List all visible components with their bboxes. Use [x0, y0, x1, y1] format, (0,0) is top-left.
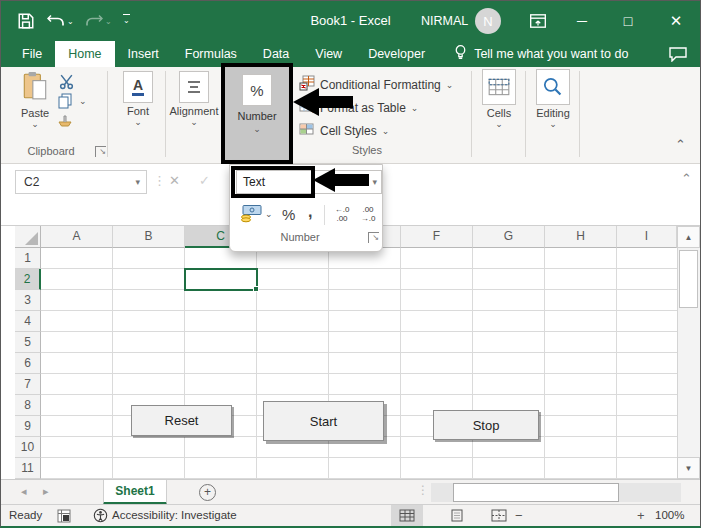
status-bar: Ready Accessibility: Investigate − + 100…: [1, 504, 700, 526]
row-header-8[interactable]: 8: [15, 395, 41, 416]
row-header-1[interactable]: 1: [15, 248, 41, 269]
clipboard-dialog-launcher[interactable]: ↘: [95, 146, 106, 157]
ribbon-display-options-icon[interactable]: [517, 1, 559, 41]
number-group-button-highlighted[interactable]: % Number ⌄: [221, 63, 293, 164]
close-button[interactable]: ✕: [655, 1, 697, 41]
tab-developer[interactable]: Developer: [355, 41, 438, 67]
tab-insert[interactable]: Insert: [115, 41, 172, 67]
view-page-break-button[interactable]: [483, 505, 515, 526]
row-header-5[interactable]: 5: [15, 332, 41, 353]
annotation-arrow-text-format: [313, 168, 335, 192]
editing-group-button[interactable]: Editing ⌄: [529, 69, 577, 127]
select-all-corner[interactable]: [15, 226, 41, 248]
number-dialog-launcher[interactable]: ↘: [368, 232, 379, 243]
accessibility-status[interactable]: Accessibility: Investigate: [112, 509, 237, 521]
reset-button[interactable]: Reset: [131, 405, 232, 436]
conditional-formatting-button[interactable]: Conditional Formatting ⌄: [299, 75, 453, 94]
column-header-a[interactable]: A: [41, 226, 113, 248]
alignment-group-label: Alignment: [170, 105, 219, 117]
sheet-tab-bar: ◂ ▸ Sheet1 + ⋮ ◂ ▸: [1, 479, 700, 504]
view-normal-button[interactable]: [391, 505, 423, 526]
zoom-level[interactable]: 100%: [655, 509, 684, 521]
ribbon-tab-row: File Home Insert Formulas Data View Deve…: [1, 41, 700, 67]
copy-icon[interactable]: [57, 92, 73, 113]
font-group-label: Font: [127, 105, 149, 117]
number-group-label: Number: [237, 110, 276, 122]
tell-me-box[interactable]: Tell me what you want to do: [454, 41, 628, 67]
percent-style-icon[interactable]: %: [282, 206, 295, 223]
tab-file[interactable]: File: [9, 41, 55, 67]
conditional-formatting-label: Conditional Formatting: [320, 78, 441, 92]
zoom-in-icon[interactable]: +: [637, 508, 645, 523]
row-header-3[interactable]: 3: [15, 290, 41, 311]
column-header-g[interactable]: G: [473, 226, 545, 248]
start-button[interactable]: Start: [263, 401, 384, 441]
format-painter-icon[interactable]: [57, 113, 73, 133]
view-page-layout-button[interactable]: [441, 505, 473, 526]
alignment-dropdown-icon: ⌄: [190, 119, 198, 125]
column-header-f[interactable]: F: [401, 226, 473, 248]
row-header-2-selected[interactable]: 2: [15, 269, 41, 290]
cut-icon[interactable]: [58, 73, 75, 94]
accessibility-icon[interactable]: [93, 508, 108, 525]
cell-styles-icon: [299, 121, 315, 140]
column-header-b[interactable]: B: [113, 226, 185, 248]
column-header-i[interactable]: I: [617, 226, 677, 248]
stop-button[interactable]: Stop: [433, 410, 539, 440]
row-header-10[interactable]: 10: [15, 437, 41, 458]
annotation-arrow-number-group: [293, 88, 319, 116]
row-header-11[interactable]: 11: [15, 458, 41, 479]
cancel-icon[interactable]: ✕: [169, 173, 180, 188]
editing-dropdown-icon: ⌄: [549, 121, 557, 127]
paste-label: Paste: [21, 107, 49, 119]
number-dropdown-icon: ⌄: [253, 126, 261, 132]
font-icon: A: [123, 71, 153, 103]
fill-handle[interactable]: [253, 286, 259, 292]
accounting-format-icon[interactable]: [240, 204, 262, 227]
maximize-button[interactable]: □: [607, 1, 649, 41]
increase-decimal-icon[interactable]: ←.0 .00: [330, 205, 354, 223]
row-header-4[interactable]: 4: [15, 311, 41, 332]
account-name[interactable]: NIRMAL: [421, 14, 468, 28]
collapse-formula-bar-icon[interactable]: ⌃: [681, 171, 692, 186]
copy-dropdown-icon[interactable]: ⌄: [79, 98, 87, 104]
cs-dropdown-icon: ⌄: [382, 128, 390, 134]
worksheet-cells[interactable]: [41, 248, 677, 479]
font-group-button[interactable]: A Font ⌄: [113, 71, 163, 125]
alignment-group-button[interactable]: Alignment ⌄: [168, 71, 220, 125]
macro-record-icon[interactable]: [57, 509, 71, 525]
collapse-ribbon-icon[interactable]: ⌃: [675, 137, 686, 152]
comment-icon[interactable]: [668, 46, 688, 66]
sheet-nav-right-icon[interactable]: ▸: [43, 485, 49, 498]
sheet-tab-sheet1[interactable]: Sheet1: [103, 480, 167, 505]
row-header-9[interactable]: 9: [15, 416, 41, 437]
number-format-dropdown-icon[interactable]: ▾: [372, 171, 377, 193]
accounting-dropdown-icon[interactable]: ⌄: [265, 211, 273, 217]
horizontal-scrollbar-thumb[interactable]: [453, 483, 619, 502]
cell-styles-button[interactable]: Cell Styles ⌄: [299, 121, 389, 140]
cells-group-label: Cells: [487, 107, 511, 119]
zoom-out-icon[interactable]: −: [515, 508, 523, 523]
tab-view[interactable]: View: [302, 41, 355, 67]
column-header-h[interactable]: H: [545, 226, 617, 248]
name-box-dropdown-icon[interactable]: ▾: [135, 171, 140, 193]
name-box[interactable]: C2 ▾: [15, 170, 147, 194]
tab-home[interactable]: Home: [55, 41, 114, 67]
paste-dropdown-icon: ⌄: [31, 121, 39, 127]
add-sheet-button[interactable]: +: [199, 484, 216, 501]
vertical-scrollbar-thumb[interactable]: [679, 250, 698, 308]
decrease-decimal-icon[interactable]: .00 →.0: [356, 205, 380, 223]
sheet-nav-left-icon[interactable]: ◂: [21, 485, 27, 498]
row-header-6[interactable]: 6: [15, 353, 41, 374]
enter-icon[interactable]: ✓: [199, 173, 210, 188]
avatar[interactable]: N: [475, 8, 501, 34]
scroll-down-button[interactable]: ▼: [677, 457, 700, 479]
minimize-button[interactable]: ─: [561, 1, 603, 41]
paste-button[interactable]: Paste ⌄: [15, 71, 55, 127]
comma-style-icon[interactable]: ,: [308, 203, 312, 221]
scroll-up-button[interactable]: ▲: [677, 226, 700, 248]
cells-group-button[interactable]: Cells ⌄: [475, 69, 523, 127]
selected-cell-c2[interactable]: [184, 268, 258, 291]
tab-scroll-grip-icon[interactable]: ⋮: [417, 483, 429, 497]
row-header-7[interactable]: 7: [15, 374, 41, 395]
